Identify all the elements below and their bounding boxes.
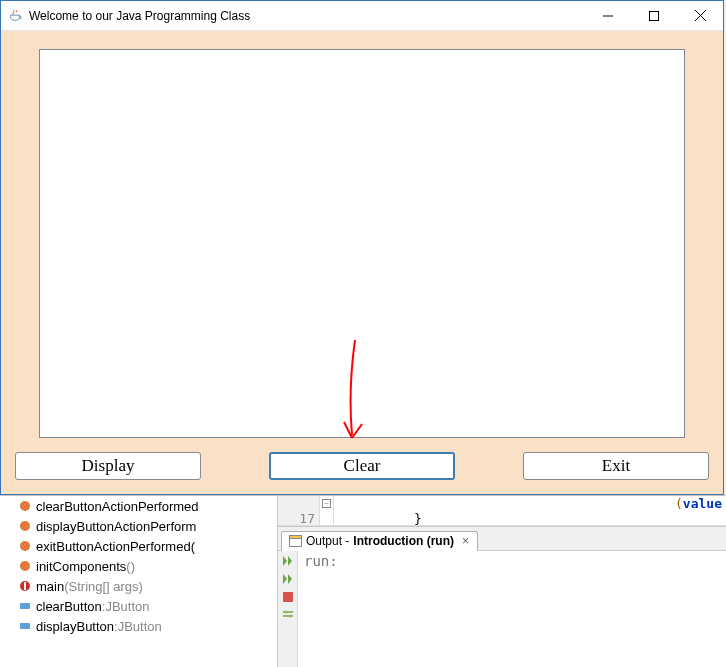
rerun-icon[interactable] [280,553,296,569]
titlebar: Welcome to our Java Programming Class [1,1,723,31]
nav-type-value: JButton [118,619,162,634]
output-toolbar [278,551,298,667]
output-tab-bar: Output - Introduction (run) × [278,527,726,551]
maximize-button[interactable] [631,1,677,30]
output-panel: Output - Introduction (run) × run: [278,526,726,667]
field-icon [18,619,32,633]
nav-label: initComponents [36,559,126,574]
svg-rect-1 [650,11,659,20]
output-body: run: [278,551,726,667]
navigator-panel: clearButtonActionPerformed displayButton… [0,496,278,667]
svg-rect-17 [289,536,301,539]
text-area[interactable] [39,49,685,438]
svg-point-22 [288,615,291,618]
editor-content[interactable]: (value } [334,496,726,525]
ide-area: clearButtonActionPerformed displayButton… [0,495,726,667]
output-window-icon [288,534,302,548]
output-run-text: run: [304,553,338,569]
nav-label: clearButton [36,599,102,614]
ide-right-panel: 17 − (value } Output - Introd [278,496,726,667]
svg-rect-13 [24,582,26,590]
display-button-label: Display [82,456,135,476]
nav-item-field[interactable]: clearButton : JButton [0,596,277,616]
window-title: Welcome to our Java Programming Class [29,9,250,23]
nav-item-method[interactable]: exitButtonActionPerformed( [0,536,277,556]
svg-point-11 [23,564,27,568]
nav-item-main[interactable]: main(String[] args) [0,576,277,596]
svg-point-21 [284,611,287,614]
method-icon [18,559,32,573]
nav-label: displayButton [36,619,114,634]
exit-button-label: Exit [602,456,630,476]
nav-item-field[interactable]: displayButton : JButton [0,616,277,636]
code-keyword: value [683,496,722,511]
nav-label: exitButtonActionPerformed( [36,539,195,554]
display-button[interactable]: Display [15,452,201,480]
nav-label: main [36,579,64,594]
line-number: 17 [278,511,315,526]
run-icon[interactable] [280,571,296,587]
svg-point-5 [23,504,27,508]
clear-button[interactable]: Clear [269,452,455,480]
nav-params: (String[] args) [64,579,143,594]
brace: } [414,511,422,525]
field-icon [18,599,32,613]
nav-item-method[interactable]: displayButtonActionPerform [0,516,277,536]
settings-icon[interactable] [280,607,296,623]
window-buttons [585,1,723,30]
method-icon [18,499,32,513]
nav-label: displayButtonActionPerform [36,519,196,534]
svg-rect-15 [20,623,30,629]
code-fragment: ( [675,496,683,511]
svg-point-7 [23,524,27,528]
minimize-button[interactable] [585,1,631,30]
tab-close-icon[interactable]: × [462,534,469,548]
line-numbers: 17 [278,496,320,525]
swing-window: Welcome to our Java Programming Class Di… [0,0,724,495]
nav-item-method[interactable]: initComponents() [0,556,277,576]
output-tab[interactable]: Output - Introduction (run) × [281,531,478,551]
output-tab-prefix: Output - [306,534,349,548]
output-console[interactable]: run: [298,551,726,667]
output-tab-title: Introduction (run) [353,534,454,548]
fold-gutter: − [320,496,334,525]
buttons-row: Display Clear Exit [9,448,715,486]
nav-type-value: JButton [105,599,149,614]
svg-rect-18 [283,592,293,602]
main-method-icon [18,579,32,593]
method-icon [18,519,32,533]
java-icon [7,8,23,24]
clear-button-label: Clear [344,456,381,476]
nav-label: clearButtonActionPerformed [36,499,199,514]
swing-body: Display Clear Exit [1,31,723,494]
close-button[interactable] [677,1,723,30]
svg-rect-14 [20,603,30,609]
stop-icon[interactable] [280,589,296,605]
svg-point-9 [23,544,27,548]
method-icon [18,539,32,553]
nav-item-method[interactable]: clearButtonActionPerformed [0,496,277,516]
editor-strip[interactable]: 17 − (value } [278,496,726,526]
exit-button[interactable]: Exit [523,452,709,480]
fold-minus-icon[interactable]: − [322,499,331,508]
nav-params: () [126,559,135,574]
